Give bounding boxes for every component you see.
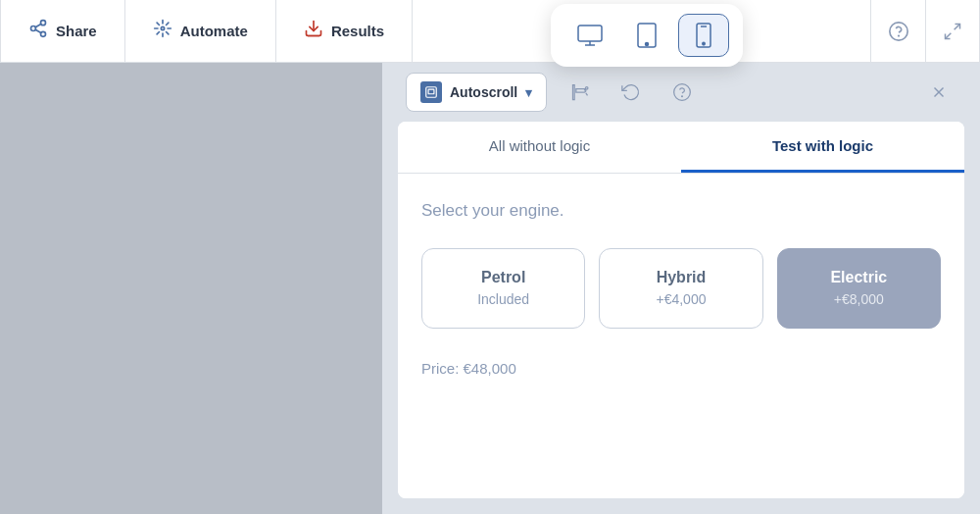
svg-point-5: [161, 26, 164, 29]
engine-options-row: Petrol Included Hybrid +€4,000 Electric …: [421, 248, 941, 329]
autoscroll-button[interactable]: Autoscroll ▾: [406, 73, 547, 112]
share-icon: [28, 19, 48, 43]
device-switcher: [551, 4, 743, 67]
automate-nav-item[interactable]: Automate: [125, 0, 276, 62]
expand-icon-btn[interactable]: [925, 0, 980, 62]
content-area: Select your engine. Petrol Included Hybr…: [398, 174, 964, 498]
tab-test-with-logic[interactable]: Test with logic: [681, 122, 964, 173]
autoscroll-label: Autoscroll: [450, 84, 517, 100]
svg-line-17: [955, 24, 960, 29]
svg-point-21: [586, 87, 589, 90]
right-nav-icons: [870, 0, 980, 62]
svg-rect-20: [428, 89, 434, 94]
section-title: Select your engine.: [421, 201, 941, 221]
toolbar: Autoscroll ▾: [382, 63, 980, 122]
automate-label: Automate: [180, 23, 248, 39]
svg-rect-19: [426, 87, 437, 98]
svg-point-14: [703, 42, 705, 44]
svg-line-3: [35, 29, 41, 32]
refresh-icon-btn[interactable]: [613, 75, 649, 110]
automate-icon: [153, 19, 172, 43]
svg-point-15: [889, 22, 906, 39]
top-navigation: Share Automate Results: [0, 0, 980, 63]
autoscroll-icon: [420, 81, 442, 103]
question-icon-btn[interactable]: [664, 75, 700, 110]
preview-panel: All without logic Test with logic Select…: [398, 122, 964, 498]
share-label: Share: [56, 23, 97, 39]
svg-line-18: [946, 32, 952, 38]
share-nav-item[interactable]: Share: [0, 0, 125, 62]
mobile-device-btn[interactable]: [678, 14, 729, 57]
autoscroll-chevron: ▾: [525, 85, 532, 100]
tablet-device-btn[interactable]: [621, 14, 672, 57]
price-display: Price: €48,000: [421, 360, 941, 377]
petrol-option-card[interactable]: Petrol Included: [421, 248, 585, 329]
desktop-device-btn[interactable]: [564, 14, 615, 57]
svg-point-11: [646, 43, 649, 46]
electric-option-card[interactable]: Electric +€8,000: [777, 248, 941, 329]
electric-name: Electric: [792, 269, 926, 286]
hybrid-name: Hybrid: [613, 269, 748, 286]
tab-bar: All without logic Test with logic: [398, 122, 964, 174]
svg-point-22: [674, 84, 691, 101]
petrol-price: Included: [477, 291, 529, 307]
main-area: Autoscroll ▾: [0, 63, 980, 514]
left-panel: [0, 63, 382, 514]
svg-line-4: [35, 24, 41, 26]
hybrid-option-card[interactable]: Hybrid +€4,000: [599, 248, 762, 329]
results-nav-item[interactable]: Results: [276, 0, 413, 62]
electric-price: +€8,000: [834, 291, 884, 307]
svg-rect-7: [578, 26, 602, 41]
tab-all-without-logic[interactable]: All without logic: [398, 122, 681, 173]
close-icon-btn[interactable]: [921, 75, 956, 110]
hybrid-price: +€4,000: [656, 291, 706, 307]
right-content: Autoscroll ▾: [382, 63, 980, 514]
results-label: Results: [331, 23, 384, 39]
help-icon-btn[interactable]: [870, 0, 925, 62]
petrol-name: Petrol: [436, 269, 570, 286]
results-icon: [304, 19, 323, 43]
spray-icon-btn[interactable]: [563, 75, 598, 110]
